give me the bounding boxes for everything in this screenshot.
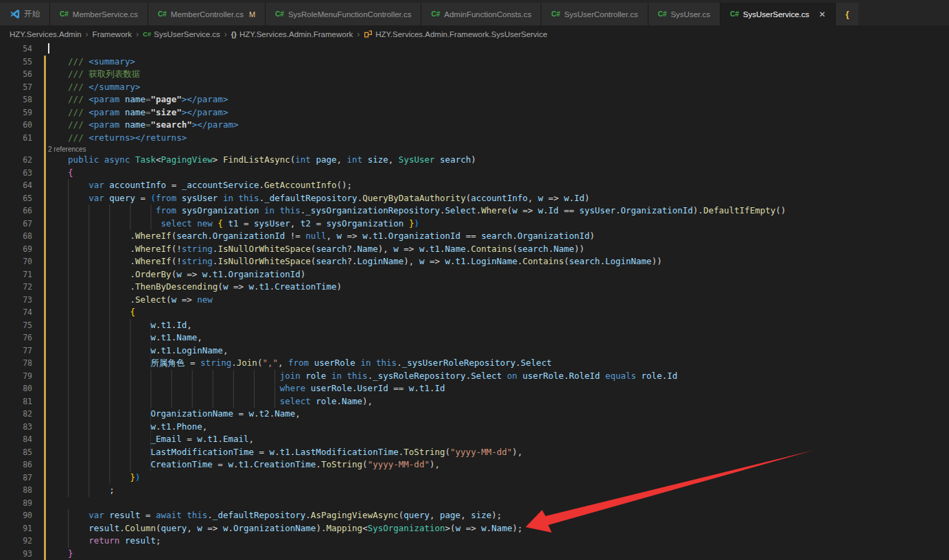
csharp-file-icon: C#	[730, 10, 739, 18]
code-line-80[interactable]: 80where userRole.UserId == w.t1.Id	[0, 382, 949, 395]
code-line-55[interactable]: 55/// <summary>	[0, 56, 949, 69]
modified-change-bar	[44, 243, 46, 256]
line-number: 85	[0, 446, 44, 459]
code-line-93[interactable]: 93}	[0, 548, 949, 560]
code-line-61[interactable]: 61/// <returns></returns>	[0, 132, 949, 145]
modified-change-bar	[44, 106, 46, 119]
code-line-85[interactable]: 85LastModificationTime = w.t1.LastModifi…	[0, 446, 949, 459]
tab-SysUserController-cs[interactable]: C#SysUserController.cs	[541, 3, 648, 25]
code-line-73[interactable]: 73.Select(w => new	[0, 294, 949, 307]
indent-guides	[48, 268, 130, 281]
tab-SysUserService-cs[interactable]: C#SysUserService.cs✕	[720, 3, 836, 25]
tab-MemberService-cs[interactable]: C#MemberService.cs	[50, 3, 148, 25]
code-line-91[interactable]: 91result.Column(query, w => w.Organizati…	[0, 522, 949, 535]
code-line-90[interactable]: 90var result = await this._defaultReposi…	[0, 509, 949, 522]
modified-change-bar	[44, 167, 46, 180]
tab-SysUser-cs[interactable]: C#SysUser.cs	[648, 3, 720, 25]
code-line-87[interactable]: 87})	[0, 471, 949, 485]
tab-开始[interactable]: 开始	[0, 3, 50, 25]
code-line-77[interactable]: 77w.t1.LoginName,	[0, 345, 949, 358]
modified-change-bar	[44, 471, 46, 485]
code-line-84[interactable]: 84_Email = w.t1.Email,	[0, 433, 949, 446]
code-line-65[interactable]: 65var query = (from sysUser in this._def…	[0, 192, 949, 205]
indent-guides	[48, 81, 68, 94]
code-line-67[interactable]: 67select new { t1 = sysUser, t2 = sysOrg…	[0, 218, 949, 231]
line-number: 76	[0, 331, 44, 345]
line-number: 84	[0, 433, 44, 446]
indent-guides	[48, 154, 68, 167]
tab-label: SysUser.cs	[670, 10, 710, 19]
code-text: {	[48, 167, 73, 180]
code-text: ;	[48, 484, 115, 497]
line-number: 90	[0, 509, 44, 522]
code-line-71[interactable]: 71.OrderBy(w => w.t1.OrganizationId)	[0, 268, 949, 281]
indent-guides	[48, 179, 89, 192]
line-number: 79	[0, 370, 44, 383]
code-line-75[interactable]: 75w.t1.Id,	[0, 319, 949, 332]
code-line-60[interactable]: 60/// <param name="search"></param>	[0, 119, 949, 132]
tab-AdminFunctionConsts-cs[interactable]: C#AdminFunctionConsts.cs	[421, 3, 541, 25]
breadcrumb-item-4[interactable]: HZY.Services.Admin.Framework.SysUserServ…	[364, 30, 547, 38]
code-line-64[interactable]: 64var accountInfo = _accountService.GetA…	[0, 179, 949, 192]
code-line-59[interactable]: 59/// <param name="size"></param>	[0, 106, 949, 119]
indent-guides	[48, 132, 68, 145]
codelens-references[interactable]: 2 references	[48, 145, 86, 153]
code-line-79[interactable]: 79join role in this._sysRoleRepository.S…	[0, 370, 949, 383]
code-line-89[interactable]: 89	[0, 497, 949, 510]
breadcrumb-item-1[interactable]: Framework	[93, 30, 132, 38]
line-number: 54	[0, 43, 44, 56]
indent-guides	[48, 205, 156, 218]
line-number: 58	[0, 93, 44, 106]
code-text: var query = (from sysUser in this._defau…	[48, 192, 589, 205]
tab--[interactable]: {	[836, 3, 858, 25]
indent-guides	[48, 243, 130, 256]
indent-guides	[48, 471, 130, 485]
code-line-58[interactable]: 58/// <param name="page"></param>	[0, 93, 949, 106]
code-line-83[interactable]: 83w.t1.Phone,	[0, 421, 949, 434]
code-line-54[interactable]: 54	[0, 43, 949, 56]
modified-change-bar	[44, 421, 46, 434]
code-line-86[interactable]: 86CreationTime = w.t1.CreationTime.ToStr…	[0, 458, 949, 471]
modified-change-bar	[44, 408, 46, 421]
modified-change-bar	[44, 56, 46, 69]
csharp-file-icon: C#	[431, 10, 440, 18]
code-editor[interactable]: 5455/// <summary>56/// 获取列表数据57/// </sum…	[0, 43, 949, 560]
code-line-62[interactable]: 62public async Task<PagingView> FindList…	[0, 154, 949, 167]
code-text: /// <param name="page"></param>	[48, 93, 228, 106]
code-line-81[interactable]: 81select role.Name),	[0, 395, 949, 408]
tab-MemberController-cs[interactable]: C#MemberController.csM	[148, 3, 266, 25]
modified-change-bar	[44, 154, 46, 167]
code-text: CreationTime = w.t1.CreationTime.ToStrin…	[48, 458, 440, 471]
modified-change-bar	[44, 218, 46, 231]
breadcrumb-item-2[interactable]: C#SysUserService.cs	[143, 30, 220, 38]
code-line-78[interactable]: 78所属角色 = string.Join(",", from userRole …	[0, 357, 949, 370]
tab-label: AdminFunctionConsts.cs	[444, 10, 531, 19]
breadcrumb-item-0[interactable]: HZY.Services.Admin	[10, 30, 82, 38]
code-line-72[interactable]: 72.ThenByDescending(w => w.t1.CreationTi…	[0, 281, 949, 294]
code-line-92[interactable]: 92return result;	[0, 535, 949, 548]
code-text: .ThenByDescending(w => w.t1.CreationTime…	[48, 281, 342, 294]
code-line-74[interactable]: 74{	[0, 306, 949, 319]
code-text: /// <summary>	[48, 56, 135, 69]
code-line-63[interactable]: 63{	[0, 167, 949, 180]
code-line-68[interactable]: 68.WhereIf(search.OrganizationId != null…	[0, 230, 949, 243]
line-number: 69	[0, 243, 44, 256]
code-line-69[interactable]: 69.WhereIf(!string.IsNullOrWhiteSpace(se…	[0, 243, 949, 256]
modified-change-bar	[44, 458, 46, 471]
code-line-76[interactable]: 76w.t1.Name,	[0, 331, 949, 345]
line-number: 66	[0, 205, 44, 218]
code-line-56[interactable]: 56/// 获取列表数据	[0, 68, 949, 81]
code-line-70[interactable]: 70.WhereIf(!string.IsNullOrWhiteSpace(se…	[0, 255, 949, 268]
csharp-file-icon: C#	[275, 10, 284, 18]
code-line-88[interactable]: 88;	[0, 484, 949, 497]
line-number: 72	[0, 281, 44, 294]
code-line-82[interactable]: 82OrganizationName = w.t2.Name,	[0, 408, 949, 421]
tab-SysRoleMenuFunctionController-cs[interactable]: C#SysRoleMenuFunctionController.cs	[266, 3, 421, 25]
line-number: 64	[0, 179, 44, 192]
code-line-57[interactable]: 57/// </summary>	[0, 81, 949, 94]
breadcrumb-item-3[interactable]: {}HZY.Services.Admin.Framework	[231, 30, 353, 38]
close-icon[interactable]: ✕	[819, 10, 825, 19]
code-line-66[interactable]: 66from sysOrganization in this._sysOrgan…	[0, 205, 949, 218]
tab-label: MemberService.cs	[73, 10, 138, 19]
line-number: 73	[0, 294, 44, 307]
